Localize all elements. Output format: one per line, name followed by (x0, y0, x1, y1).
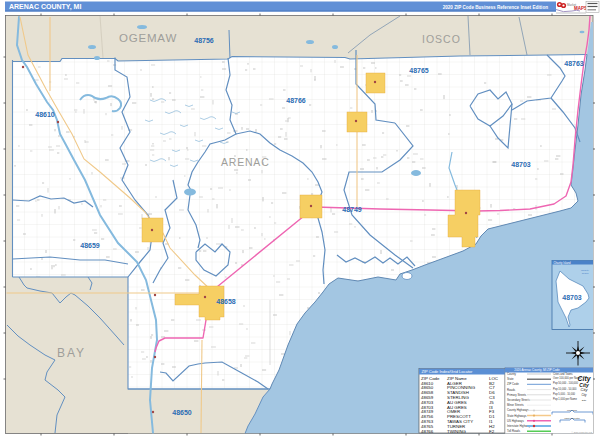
svg-text:US Highways: US Highways (507, 419, 524, 423)
svg-text:Charity Island: Charity Island (554, 261, 572, 265)
svg-text:F2: F2 (489, 429, 495, 434)
svg-text:City: City (581, 387, 589, 392)
svg-text:IOSCO: IOSCO (422, 33, 461, 45)
svg-text:48756: 48756 (194, 37, 214, 44)
svg-text:48766: 48766 (286, 97, 306, 104)
svg-text:Map Grid: Map Grid (567, 409, 578, 412)
svg-text:Primary Streets: Primary Streets (507, 393, 527, 397)
svg-text:48749: 48749 (342, 206, 362, 213)
svg-text:48766: 48766 (421, 429, 434, 434)
svg-text:© 2020 MarketMAPS: © 2020 MarketMAPS (571, 431, 592, 433)
svg-text:Pop 1,000 per Name: Pop 1,000 per Name (553, 397, 577, 401)
svg-text:ZIP Code Index/Grid Locator: ZIP Code Index/Grid Locator (422, 369, 474, 374)
svg-text:48658: 48658 (216, 298, 236, 305)
svg-text:ARENAC: ARENAC (221, 156, 270, 168)
svg-text:Inset Map Title: Inset Map Title (564, 417, 580, 420)
svg-text:MAPS: MAPS (574, 6, 587, 11)
svg-text:ARENAC COUNTY, MI: ARENAC COUNTY, MI (9, 3, 81, 11)
svg-text:Minor Streets: Minor Streets (507, 403, 524, 407)
svg-text:Island: Island (582, 272, 589, 275)
svg-text:Pop 50,000 - 100,000: Pop 50,000 - 100,000 (553, 381, 579, 385)
svg-text:State: State (507, 377, 514, 381)
svg-text:County: County (507, 372, 516, 376)
svg-text:OGEMAW: OGEMAW (119, 32, 177, 44)
svg-text:48703: 48703 (562, 294, 582, 301)
svg-text:2020 ZIP Code Business Referen: 2020 ZIP Code Business Reference Inset E… (443, 5, 549, 10)
svg-text:County Highways: County Highways (507, 408, 529, 412)
svg-text:Roads: Roads (507, 388, 516, 392)
svg-text:BAY: BAY (57, 346, 86, 360)
svg-text:48765: 48765 (409, 67, 429, 74)
svg-text:TWINING: TWINING (447, 429, 467, 434)
svg-text:Cities and Towns: Cities and Towns (553, 372, 573, 376)
svg-text:48650: 48650 (172, 409, 192, 416)
svg-text:Pop 5,000 - 10,000: Pop 5,000 - 10,000 (553, 392, 576, 396)
svg-text:Pop 10,000 - 50,000: Pop 10,000 - 50,000 (553, 387, 577, 391)
svg-text:48610: 48610 (35, 111, 55, 118)
svg-text:ZIP Code: ZIP Code (507, 382, 519, 386)
svg-text:City: City (582, 399, 587, 402)
svg-text:Toll Roads: Toll Roads (507, 429, 521, 433)
svg-text:48703: 48703 (511, 161, 531, 168)
svg-text:City: City (581, 393, 587, 397)
svg-text:State Highways: State Highways (507, 414, 527, 418)
svg-text:48763: 48763 (564, 60, 584, 67)
svg-text:48659: 48659 (80, 242, 100, 249)
